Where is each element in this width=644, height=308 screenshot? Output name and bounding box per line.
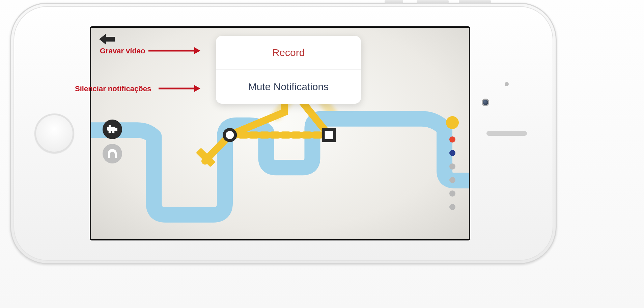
svg-rect-5 <box>109 125 111 127</box>
phone-body: Record Mute Notifications <box>13 6 553 261</box>
tunnel-icon <box>107 149 118 159</box>
svg-rect-1 <box>107 127 115 131</box>
annotation-mute-label: Silenciar notificações <box>75 84 151 93</box>
color-dot-grey-4[interactable] <box>449 204 455 210</box>
color-dot-grey-1[interactable] <box>449 163 455 170</box>
line-color-selector <box>446 116 459 210</box>
game-screen: Record Mute Notifications <box>90 26 470 240</box>
station-square[interactable] <box>323 129 334 140</box>
color-dot-blue[interactable] <box>449 150 455 156</box>
tunnel-button[interactable] <box>103 144 122 163</box>
svg-marker-7 <box>194 47 200 54</box>
color-dot-grey-2[interactable] <box>449 177 455 183</box>
proximity-sensor <box>505 82 509 86</box>
phone-mute-switch <box>385 0 403 4</box>
back-arrow-icon <box>97 32 116 46</box>
home-button <box>34 113 74 153</box>
color-dot-red[interactable] <box>449 136 455 143</box>
front-camera <box>482 99 489 106</box>
replaykit-popup: Record Mute Notifications <box>216 36 361 104</box>
phone-mockup: Record Mute Notifications <box>10 3 557 264</box>
back-button[interactable] <box>97 32 116 46</box>
color-dot-grey-3[interactable] <box>449 190 455 197</box>
svg-point-3 <box>109 131 111 133</box>
page-background: Record Mute Notifications Gravar vídeo S… <box>0 0 644 308</box>
station-circle[interactable] <box>224 129 235 140</box>
color-dot-yellow[interactable] <box>446 116 459 129</box>
mute-notifications-button[interactable]: Mute Notifications <box>216 70 361 104</box>
svg-rect-2 <box>115 128 117 131</box>
svg-point-4 <box>112 131 115 133</box>
train-button[interactable] <box>103 120 122 139</box>
phone-volume-up <box>417 0 449 4</box>
annotation-arrow-mute <box>157 83 201 94</box>
earpiece-speaker <box>486 131 527 136</box>
annotation-record-label: Gravar vídeo <box>100 47 145 55</box>
train-icon <box>107 125 118 133</box>
svg-marker-9 <box>194 85 200 92</box>
record-button[interactable]: Record <box>216 36 361 70</box>
phone-volume-down <box>459 0 491 4</box>
annotation-arrow-record <box>147 45 201 56</box>
resource-buttons <box>103 120 122 163</box>
